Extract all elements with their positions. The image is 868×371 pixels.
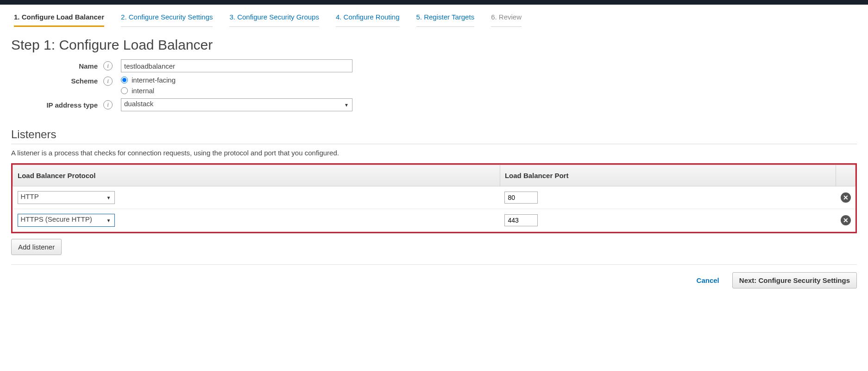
listener-row: HTTP ▼ ✕ — [13, 186, 855, 209]
listener-port-input[interactable] — [504, 214, 538, 226]
remove-listener-button[interactable]: ✕ — [841, 192, 851, 203]
scheme-option-internal[interactable]: internal — [121, 87, 176, 95]
listener-protocol-select[interactable]: HTTPS (Secure HTTP) — [18, 214, 115, 227]
ip-address-type-select[interactable]: dualstack — [121, 98, 352, 111]
wizard-nav: 1. Configure Load Balancer 2. Configure … — [11, 5, 857, 27]
info-icon[interactable]: i — [103, 100, 113, 109]
divider — [11, 144, 857, 144]
next-button[interactable]: Next: Configure Security Settings — [732, 272, 857, 288]
listeners-table: Load Balancer Protocol Load Balancer Por… — [13, 165, 855, 232]
listeners-highlight: Load Balancer Protocol Load Balancer Por… — [11, 163, 857, 233]
listener-protocol-select[interactable]: HTTP — [18, 191, 115, 204]
info-icon[interactable]: i — [103, 77, 113, 86]
wizard-tab-review: 6. Review — [491, 10, 522, 27]
add-listener-button[interactable]: Add listener — [11, 239, 62, 255]
column-header-protocol: Load Balancer Protocol — [13, 165, 500, 186]
row-name: Name i — [11, 59, 857, 72]
radio-internal[interactable] — [121, 87, 128, 94]
remove-listener-button[interactable]: ✕ — [841, 215, 851, 225]
aws-top-bar — [0, 0, 868, 5]
row-scheme: Scheme i internet-facing internal — [11, 76, 857, 95]
scheme-option-internet-facing[interactable]: internet-facing — [121, 76, 176, 84]
wizard-tab-configure-load-balancer[interactable]: 1. Configure Load Balancer — [14, 10, 104, 27]
cancel-button[interactable]: Cancel — [690, 273, 726, 288]
listener-row: HTTPS (Secure HTTP) ▼ ✕ — [13, 209, 855, 232]
listener-port-input[interactable] — [504, 192, 538, 204]
page-title: Step 1: Configure Load Balancer — [11, 37, 857, 53]
listeners-description: A listener is a process that checks for … — [11, 149, 857, 157]
label-name: Name — [11, 62, 101, 70]
column-header-actions — [836, 165, 855, 186]
label-ip-address-type: IP address type — [11, 101, 101, 109]
label-scheme: Scheme — [11, 76, 101, 85]
name-input[interactable] — [121, 59, 352, 72]
radio-label: internal — [132, 87, 154, 95]
wizard-tab-configure-security-settings[interactable]: 2. Configure Security Settings — [121, 10, 213, 27]
row-ip-address-type: IP address type i dualstack ▼ — [11, 98, 857, 111]
wizard-tab-configure-security-groups[interactable]: 3. Configure Security Groups — [229, 10, 319, 27]
column-header-port: Load Balancer Port — [500, 165, 836, 186]
wizard-tab-configure-routing[interactable]: 4. Configure Routing — [336, 10, 400, 27]
listeners-section-title: Listeners — [11, 128, 857, 141]
info-icon[interactable]: i — [103, 61, 113, 70]
scheme-radio-group: internet-facing internal — [121, 76, 176, 95]
radio-label: internet-facing — [132, 76, 176, 84]
footer-actions: Cancel Next: Configure Security Settings — [11, 264, 857, 288]
radio-internet-facing[interactable] — [121, 77, 128, 83]
wizard-tab-register-targets[interactable]: 5. Register Targets — [416, 10, 475, 27]
